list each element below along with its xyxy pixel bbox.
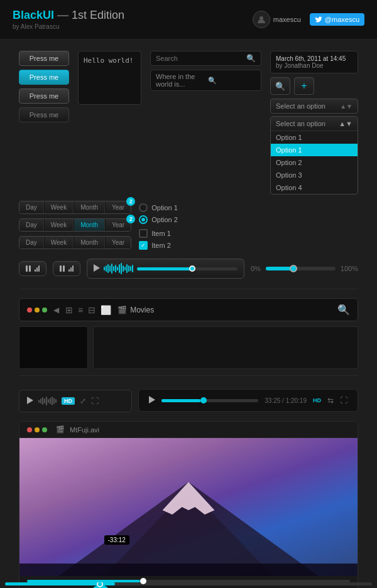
select-1-arrow: ▲▼ <box>340 103 352 110</box>
twitter-button[interactable]: @maxescu <box>310 13 364 26</box>
press-btn-1[interactable]: Press me <box>19 51 69 66</box>
dropdown-arrow: ▲▼ <box>339 120 352 127</box>
lp-yellow-dot <box>35 427 40 432</box>
coverflow-icon[interactable]: ⬜ <box>101 305 111 315</box>
volume-icon-2[interactable] <box>68 265 74 272</box>
radio-item-1[interactable]: Option 1 <box>139 203 178 212</box>
dropdown-item-2[interactable]: Option 1 <box>271 144 358 156</box>
media-ctrl-3 <box>87 259 244 279</box>
fullscreen-icon-small[interactable]: ⛶ <box>91 397 99 405</box>
pause-icon-1[interactable] <box>26 265 31 272</box>
dropdown-item-3[interactable]: Option 2 <box>271 156 358 169</box>
seg-day-2[interactable]: Day <box>19 219 44 231</box>
search-icon-2: 🔍 <box>208 77 256 85</box>
seg-month-2[interactable]: Month <box>74 219 105 231</box>
press-btn-2[interactable]: Press me <box>19 70 69 85</box>
wide-play-btn[interactable] <box>149 395 155 406</box>
pause-icon-2[interactable] <box>60 265 65 272</box>
video-filename: MtFuji.avi <box>70 426 99 434</box>
header-right: maxescu @maxescu <box>253 11 364 28</box>
checkbox-item-2[interactable]: Item 2 <box>139 241 178 250</box>
dropdown-item-5[interactable]: Option 4 <box>271 181 358 194</box>
wide-progress-bar[interactable] <box>161 399 258 402</box>
radio-1[interactable] <box>139 203 148 212</box>
checkbox-item-1[interactable]: Item 1 <box>139 229 178 238</box>
dropdown-header[interactable]: Select an option ▲▼ <box>271 117 358 131</box>
video-thumb-1 <box>19 326 88 369</box>
checkbox-2[interactable] <box>139 241 148 250</box>
window-dots <box>27 307 47 313</box>
waveform-progress[interactable] <box>137 267 238 270</box>
app-header: BlackUI — 1st Edition by Alex Patrascu m… <box>0 0 377 40</box>
player-title-row: 🎬 Movies <box>117 306 154 314</box>
search-icon-1: 🔍 <box>246 54 256 63</box>
search-placeholder-2: Where in the world is... <box>156 73 204 88</box>
player-bar: ◀ ⊞ ≡ ⊟ ⬜ 🎬 Movies 🔍 <box>19 298 358 321</box>
columns-icon[interactable]: ⊟ <box>88 305 96 315</box>
progress-track[interactable] <box>266 267 336 270</box>
wide-hd-badge: HD <box>313 397 321 404</box>
seg-week-3[interactable]: Week <box>45 237 74 249</box>
large-player-dots <box>27 427 47 432</box>
small-player-row: HD ⤢ ⛶ 33:25 / 1:20:19 HD ⇆ ⛶ <box>19 382 358 412</box>
play-icon-1[interactable] <box>94 264 100 274</box>
seg-year-3[interactable]: Year <box>106 237 131 249</box>
search-icon-btn[interactable]: 🔍 <box>270 77 290 95</box>
press-btn-4[interactable]: Press me <box>19 107 69 122</box>
small-player-left: HD ⤢ ⛶ <box>19 390 132 412</box>
radio-label-2: Option 2 <box>151 216 178 223</box>
dropdown-item-1[interactable]: Option 1 <box>271 131 358 144</box>
player-search-icon[interactable]: 🔍 <box>337 304 350 316</box>
checkbox-1[interactable] <box>139 229 148 238</box>
header-user-avatar[interactable]: maxescu <box>253 11 301 28</box>
search-input-1[interactable] <box>156 55 243 62</box>
media-controls-row: 0% 100% <box>19 255 358 282</box>
view-toggle-icons: ⊞ ≡ ⊟ ⬜ <box>65 305 111 315</box>
wide-share-icon[interactable]: ⇆ <box>327 396 334 405</box>
seg-badge-2: 2 <box>126 215 135 223</box>
radio-item-2[interactable]: Option 2 <box>139 215 178 224</box>
dropdown-header-label: Select an option <box>276 120 325 127</box>
checkbox-label-2: Item 2 <box>151 242 171 249</box>
search-bar-1[interactable]: 🔍 <box>150 51 261 66</box>
expand-icon-small[interactable]: ⤢ <box>80 397 86 405</box>
segmented-controls: Day Week Month Year 2 Day Week Month Yea… <box>19 201 131 249</box>
large-progress-bar[interactable] <box>27 580 350 582</box>
press-btn-3[interactable]: Press me <box>19 88 69 104</box>
seg-month-1[interactable]: Month <box>74 201 105 213</box>
seg-week-1[interactable]: Week <box>45 201 74 213</box>
small-player-progress[interactable] <box>5 582 372 585</box>
title-dash: — <box>57 9 72 21</box>
add-icon-btn[interactable]: + <box>294 77 314 95</box>
lp-red-dot <box>27 427 32 432</box>
volume-icon-1[interactable] <box>35 265 40 272</box>
dropdown-item-4[interactable]: Option 3 <box>271 169 358 181</box>
video-timecode: -33:12 <box>104 535 129 545</box>
main-textarea[interactable]: Hello world! <box>78 51 141 105</box>
grid-icon[interactable]: ⊞ <box>65 305 73 315</box>
date-text: March 6th, 2011 at 14:45 <box>276 55 352 62</box>
radio-2[interactable] <box>139 215 148 224</box>
search-column: 🔍 Where in the world is... 🔍 <box>150 51 261 91</box>
username: maxescu <box>273 16 301 23</box>
seg-month-3[interactable]: Month <box>74 237 105 249</box>
player-title-text: Movies <box>130 306 154 314</box>
search-bar-2[interactable]: Where in the world is... 🔍 <box>150 70 261 91</box>
waveform <box>104 263 133 274</box>
header-subtitle: by Alex Patrascu <box>13 23 124 30</box>
seg-week-2[interactable]: Week <box>45 219 74 231</box>
large-player-controls: 🔊 ◀ ▶ ▶ ⚙ <box>19 576 358 588</box>
seg-day-1[interactable]: Day <box>19 201 44 213</box>
title-edition: 1st Edition <box>72 9 124 21</box>
small-play-btn[interactable] <box>27 395 33 407</box>
action-icon-row: 🔍 + <box>270 77 358 95</box>
select-1[interactable]: Select an option ▲▼ <box>270 99 358 114</box>
textarea-container: Hello world! <box>78 51 141 107</box>
seg-day-3[interactable]: Day <box>19 237 44 249</box>
button-column: Press me Press me Press me Press me <box>19 51 69 122</box>
back-arrow[interactable]: ◀ <box>53 306 59 314</box>
list-icon[interactable]: ≡ <box>78 305 83 315</box>
progress-min: 0% <box>251 265 261 272</box>
seg-wrapper-2: Day Week Month Year 2 <box>19 218 131 232</box>
wide-fullscreen-icon[interactable]: ⛶ <box>340 396 347 405</box>
